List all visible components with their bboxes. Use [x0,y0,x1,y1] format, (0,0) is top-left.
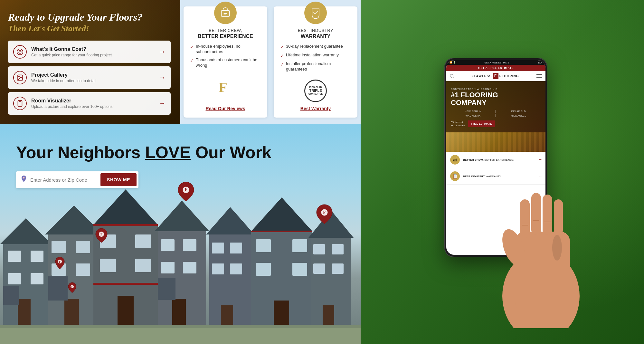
acc-crew-icon: 🛋 [450,155,460,165]
svg-rect-70 [256,263,271,276]
check-item: ✓ Installer professionalism guaranteed [280,61,351,72]
svg-marker-51 [155,201,209,231]
map-pin-4: F [55,256,65,271]
checkmark-icon: ✓ [280,62,284,67]
svg-rect-37 [76,241,90,253]
brand-logo: F [217,79,233,98]
check-item: ✓ Lifetime installation warranty [280,53,351,59]
svg-rect-50 [93,283,158,285]
svg-rect-20 [543,195,552,235]
svg-point-25 [552,235,562,261]
gallery-card[interactable]: Project Gallery We take pride in our att… [8,66,171,89]
svg-rect-69 [292,239,307,252]
gallery-icon [13,71,27,84]
svg-rect-64 [230,263,242,274]
checkmark-icon: ✓ [280,53,284,59]
neighbors-content: Your Neighbors LOVE Our Work SHOW ME [0,124,361,188]
map-pin-5: F [68,282,77,295]
phone-hero: SOUTHEASTERN WISCONSIN'S #1 FLOORING COM… [446,81,545,132]
svg-rect-45 [135,234,151,248]
svg-rect-31 [31,273,43,284]
iron-clad-badge: IRON CLAD TRIPLE GUARANTEE [304,80,327,102]
svg-line-11 [453,77,454,78]
svg-marker-59 [206,207,254,234]
hero-title: Ready to Upgrade Your Floors? [8,11,171,23]
dollar-icon [13,45,27,59]
phone-status-bar: 📶 🔋 GET A FREE ESTIMATE 1:04 [446,60,545,65]
cost-text: What's It Gonna Cost? Get a quick price … [31,46,159,57]
crew-check-list: ✓ In-house employees, no subcontractors … [190,44,261,71]
svg-rect-46 [100,259,116,272]
svg-marker-66 [251,197,312,231]
check-item: ✓ 30-day replacement guarantee [280,44,351,50]
svg-marker-42 [93,189,158,225]
checkmark-icon: ✓ [190,58,194,63]
svg-text:F: F [185,187,187,192]
warranty-check-list: ✓ 30-day replacement guarantee ✓ Lifetim… [280,44,351,75]
svg-rect-78 [313,263,325,274]
svg-rect-47 [135,259,151,272]
hamburger-icon[interactable] [536,74,542,78]
svg-rect-73 [251,231,312,232]
svg-rect-18 [520,199,530,238]
svg-point-10 [450,74,453,77]
best-warranty-card: BEST INDUSTRY WARRANTY ✓ 30-day replacem… [274,6,357,118]
svg-rect-33 [3,286,19,305]
svg-rect-54 [183,239,196,251]
show-me-button[interactable]: SHOW ME [100,173,137,186]
svg-rect-30 [8,273,21,284]
svg-rect-58 [158,278,175,300]
svg-text:F: F [59,260,61,263]
map-pin-2: F [177,180,195,204]
address-form: SHOW ME [16,171,138,188]
check-item: ✓ In-house employees, no subcontractors [190,44,261,55]
svg-rect-19 [531,193,541,235]
svg-rect-62 [230,243,242,253]
acc-warranty-icon: 📋 [450,171,460,181]
cost-arrow: → [159,48,166,55]
svg-rect-41 [48,276,68,301]
svg-point-3 [18,76,19,77]
read-reviews-link[interactable]: Read Our Reviews [206,106,245,111]
svg-text:F: F [71,286,73,289]
svg-rect-61 [212,243,224,253]
svg-rect-49 [93,224,158,226]
svg-rect-36 [52,241,66,253]
phone-locations: NEW BERLIN DELAFIELD WAUKESHA MILWAUKEE [451,110,541,117]
phone-icon [13,97,27,110]
warranty-icon-circle [304,2,327,24]
cost-card[interactable]: What's It Gonna Cost? Get a quick price … [8,41,171,63]
search-icon[interactable] [450,74,454,78]
better-crew-card: BETTER CREW, BETTER EXPERIENCE ✓ In-hous… [184,6,267,118]
svg-rect-53 [161,239,175,251]
phone-logo: FLAWLESS F FLOORING [457,73,534,79]
phone-free-estimate-bar[interactable]: GET A FREE ESTIMATE [446,65,545,71]
map-pin-3: F [95,227,108,245]
svg-text:F: F [323,210,326,215]
svg-rect-39 [76,263,90,276]
hero-subtitle: Then Let's Get Started! [8,24,171,33]
svg-rect-63 [212,263,224,274]
phone-navigation: FLAWLESS F FLOORING [446,71,545,81]
svg-rect-76 [313,244,325,254]
checkmark-icon: ✓ [190,44,194,50]
address-input[interactable] [30,177,100,183]
visualizer-card[interactable]: Room Visualizer Upload a picture and exp… [8,92,171,115]
svg-marker-26 [0,218,52,244]
svg-rect-71 [292,263,307,276]
svg-rect-28 [8,251,21,262]
svg-rect-82 [0,328,361,344]
svg-rect-55 [161,262,175,273]
svg-rect-77 [332,244,344,254]
phone-free-estimate-btn[interactable]: FREE ESTIMATE [468,120,495,127]
gallery-arrow: → [159,74,166,81]
svg-rect-16 [515,232,570,312]
neighbors-section: F F F F [0,124,361,344]
logo-f-icon: F [493,73,498,79]
best-warranty-link[interactable]: Best Warranty [300,106,331,111]
benefits-section: BETTER CREW, BETTER EXPERIENCE ✓ In-hous… [180,0,361,124]
svg-text:F: F [100,232,103,236]
visualizer-arrow: → [159,100,166,107]
gallery-text: Project Gallery We take pride in our att… [31,72,159,83]
phone-mockup-container: 📶 🔋 GET A FREE ESTIMATE 1:04 GET A FREE … [425,48,580,322]
